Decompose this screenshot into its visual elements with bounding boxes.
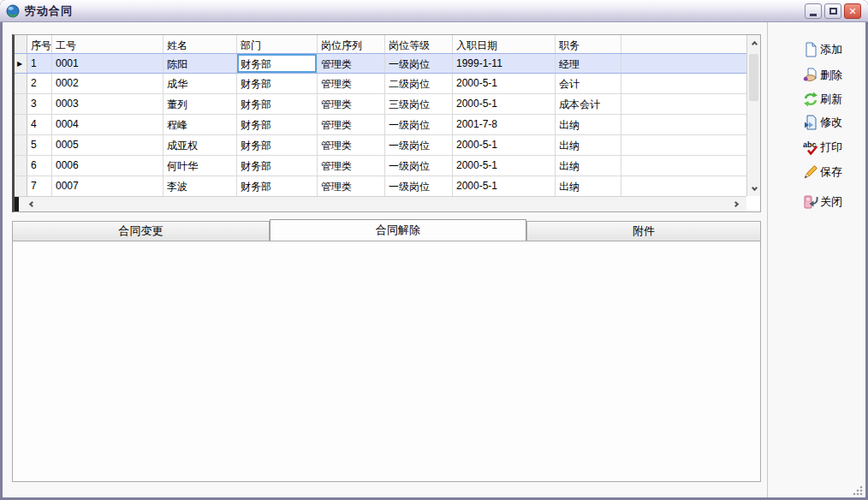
resize-grip[interactable]	[852, 485, 863, 496]
table-cell[interactable]: 出纳	[556, 156, 621, 176]
table-cell[interactable]: 6	[27, 156, 52, 176]
table-cell[interactable]: 何叶华	[163, 156, 237, 176]
table-cell[interactable]: 2000-5-1	[453, 156, 556, 176]
table-cell[interactable]: 2	[27, 74, 52, 93]
table-cell[interactable]: 经理	[556, 54, 621, 73]
table-cell[interactable]: 2000-5-1	[453, 94, 556, 114]
maximize-icon	[829, 8, 837, 15]
grid-vertical-scrollbar[interactable]	[746, 35, 760, 196]
print-button[interactable]: abc 打印	[798, 138, 858, 156]
table-row[interactable]: 30003董列财务部管理类三级岗位2000-5-1成本会计	[15, 94, 746, 115]
table-cell[interactable]: 0006	[52, 156, 163, 176]
modify-button[interactable]: 修改	[798, 113, 858, 131]
termination-form-panel	[12, 241, 761, 482]
table-cell[interactable]: 2000-5-1	[453, 176, 556, 196]
tab-contract-change[interactable]: 合同变更	[12, 221, 270, 241]
column-header[interactable]: 职务	[556, 35, 621, 53]
table-cell[interactable]: 程峰	[163, 115, 237, 134]
table-cell[interactable]: 李波	[163, 176, 237, 196]
table-cell[interactable]: 财务部	[237, 156, 318, 176]
table-cell[interactable]: 一级岗位	[385, 115, 453, 134]
row-indicator	[15, 156, 27, 176]
titlebar[interactable]: 劳动合同 ✕	[0, 0, 868, 22]
maximize-button[interactable]	[824, 3, 841, 19]
scroll-up-icon[interactable]	[748, 37, 760, 49]
table-cell[interactable]: 管理类	[318, 156, 385, 176]
minimize-icon	[810, 14, 817, 16]
table-cell[interactable]: 4	[27, 115, 52, 134]
scroll-down-icon[interactable]	[748, 182, 760, 194]
table-cell[interactable]: 财务部	[237, 74, 318, 93]
table-cell[interactable]: 2000-5-1	[453, 74, 556, 93]
table-cell[interactable]: 成华	[163, 74, 237, 93]
globe-icon	[6, 4, 20, 18]
column-header[interactable]: 序号	[27, 35, 52, 53]
table-cell[interactable]: 一级岗位	[385, 156, 453, 176]
scroll-thumb[interactable]	[15, 197, 19, 211]
table-cell[interactable]: 财务部	[237, 94, 318, 114]
table-cell[interactable]: 0005	[52, 135, 163, 155]
column-header[interactable]: 姓名	[163, 35, 237, 53]
minimize-button[interactable]	[805, 3, 822, 19]
table-row[interactable]: ▶10001陈阳财务部管理类一级岗位1999-1-11经理	[15, 53, 746, 74]
scroll-right-icon[interactable]	[731, 198, 743, 210]
table-cell[interactable]: 2000-5-1	[453, 135, 556, 155]
table-cell[interactable]: 1	[27, 54, 52, 73]
table-cell[interactable]: 7	[27, 176, 52, 196]
delete-button[interactable]: 删除	[798, 66, 858, 84]
table-cell[interactable]: 一级岗位	[385, 176, 453, 196]
table-cell[interactable]: 财务部	[237, 176, 318, 196]
table-row[interactable]: 70007李波财务部管理类一级岗位2000-5-1出纳	[15, 176, 746, 197]
close-form-button[interactable]: 关闭	[798, 193, 858, 211]
table-cell[interactable]: 出纳	[556, 115, 621, 134]
table-cell[interactable]: 陈阳	[163, 54, 237, 73]
refresh-button[interactable]: 刷新	[798, 90, 858, 108]
close-button[interactable]: ✕	[844, 3, 861, 19]
table-cell[interactable]: 0002	[52, 74, 163, 93]
grid-horizontal-scrollbar[interactable]	[15, 196, 746, 211]
column-header[interactable]: 岗位序列	[318, 35, 385, 53]
save-button[interactable]: 保存	[798, 163, 858, 181]
table-cell[interactable]: 2001-7-8	[453, 115, 556, 134]
column-header[interactable]: 部门	[237, 35, 318, 53]
add-button[interactable]: 添加	[798, 40, 858, 58]
table-cell[interactable]: 0004	[52, 115, 163, 134]
column-header[interactable]: 入职日期	[453, 35, 556, 53]
table-cell[interactable]: 管理类	[318, 94, 385, 114]
table-cell[interactable]: 成亚权	[163, 135, 237, 155]
table-cell[interactable]: 三级岗位	[385, 94, 453, 114]
column-header[interactable]: 工号	[52, 35, 163, 53]
table-cell[interactable]: 一级岗位	[385, 135, 453, 155]
table-row[interactable]: 20002成华财务部管理类二级岗位2000-5-1会计	[15, 74, 746, 94]
table-cell[interactable]: 会计	[556, 74, 621, 93]
table-cell[interactable]: 一级岗位	[385, 54, 453, 73]
table-cell[interactable]: 出纳	[556, 135, 621, 155]
table-cell[interactable]: 管理类	[318, 176, 385, 196]
table-cell[interactable]: 0001	[52, 54, 163, 73]
table-row[interactable]: 60006何叶华财务部管理类一级岗位2000-5-1出纳	[15, 156, 746, 176]
table-cell[interactable]: 管理类	[318, 54, 385, 73]
table-cell[interactable]: 管理类	[318, 135, 385, 155]
scroll-left-icon[interactable]	[25, 198, 37, 210]
column-header[interactable]: 岗位等级	[385, 35, 453, 53]
save-pencil-icon	[803, 164, 818, 180]
tab-attachment[interactable]: 附件	[526, 221, 761, 241]
table-cell[interactable]: 董列	[163, 94, 237, 114]
table-cell[interactable]: 管理类	[318, 115, 385, 134]
table-row[interactable]: 50005成亚权财务部管理类一级岗位2000-5-1出纳	[15, 135, 746, 156]
table-cell[interactable]: 5	[27, 135, 52, 155]
table-cell[interactable]: 财务部	[237, 54, 318, 73]
table-cell[interactable]: 3	[27, 94, 52, 114]
table-cell[interactable]: 管理类	[318, 74, 385, 93]
tab-contract-termination[interactable]: 合同解除	[270, 219, 526, 241]
table-cell[interactable]: 财务部	[237, 115, 318, 134]
table-row[interactable]: 40004程峰财务部管理类一级岗位2001-7-8出纳	[15, 115, 746, 135]
scroll-thumb[interactable]	[749, 54, 758, 101]
table-cell[interactable]: 0003	[52, 94, 163, 114]
table-cell[interactable]: 1999-1-11	[453, 54, 556, 73]
table-cell[interactable]: 0007	[52, 176, 163, 196]
table-cell[interactable]: 成本会计	[556, 94, 621, 114]
table-cell[interactable]: 出纳	[556, 176, 621, 196]
table-cell[interactable]: 二级岗位	[385, 74, 453, 93]
table-cell[interactable]: 财务部	[237, 135, 318, 155]
